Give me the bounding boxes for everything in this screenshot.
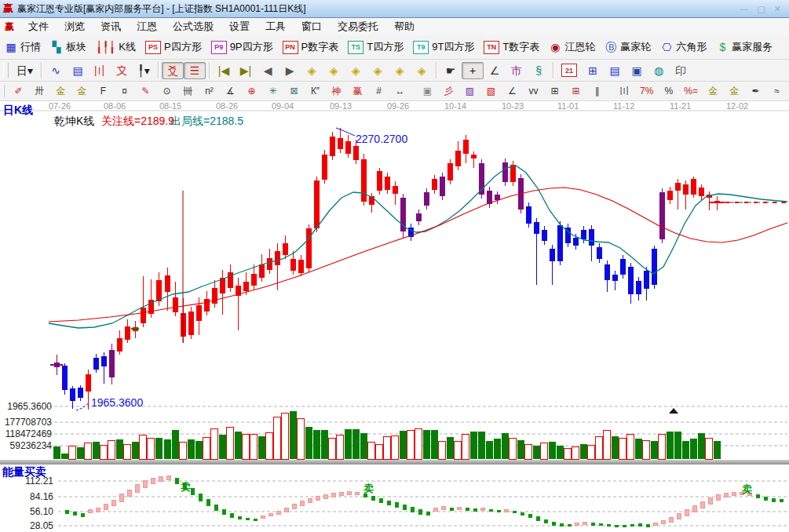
grid-a-button[interactable]: ⊞ — [544, 83, 565, 100]
candle-picker-button[interactable]: ╿▾ — [133, 62, 155, 79]
circle-cross-button[interactable]: ⊕ — [241, 83, 262, 100]
angle-a-button[interactable]: ∡ — [220, 83, 241, 100]
t-number-table-button[interactable]: TNT数字表 — [479, 38, 544, 56]
ruler-pen-button[interactable]: ✎ — [135, 83, 156, 100]
quotes-button[interactable]: ▦行情 — [0, 38, 46, 56]
p-number-table-button[interactable]: PNP数字表 — [278, 38, 344, 56]
grid-b-button[interactable]: ⊞ — [565, 83, 586, 100]
t-square-button[interactable]: TST四方形 — [343, 38, 408, 56]
minimize-button[interactable]: — — [740, 4, 751, 13]
percent-levels-button[interactable]: %= — [679, 83, 703, 100]
info-note-button[interactable]: ▤ — [67, 62, 89, 79]
menu-item-8[interactable]: 交易委托 — [330, 18, 386, 35]
winner-wheel-button[interactable]: Ⓑ赢家轮 — [600, 38, 656, 56]
comb-grid-2-button[interactable]: 卌 — [177, 83, 199, 100]
circle-grid-button[interactable]: ⊙ — [156, 83, 177, 100]
qiankun-zigzag-button[interactable]: 爻 — [162, 62, 184, 79]
comb-grid-button[interactable]: 卅 — [29, 83, 50, 100]
angle-measure-button[interactable]: ∠ — [484, 62, 506, 79]
menu-item-4[interactable]: 公式选股 — [165, 18, 221, 35]
menu-item-3[interactable]: 江恩 — [129, 18, 165, 35]
k-style-picker-button[interactable]: 日▾ — [12, 62, 38, 79]
diamond-left-icon: ◈ — [305, 64, 318, 77]
diamond-left-button[interactable]: ◈ — [301, 62, 323, 79]
trend-wave-button[interactable]: ∿ — [45, 62, 67, 79]
volume-bar — [588, 445, 595, 459]
gold-levels-button[interactable]: 金 — [724, 83, 745, 100]
menu-item-9[interactable]: 帮助 — [386, 18, 422, 35]
menu-item-0[interactable]: 文件 — [20, 18, 57, 35]
nav-prev-button[interactable]: ◀ — [257, 62, 279, 79]
hand-tool-button[interactable]: ☛ — [440, 62, 462, 79]
energy-bar — [780, 499, 784, 502]
menu-item-7[interactable]: 窗口 — [294, 18, 330, 35]
kline-button[interactable]: ╽╿╽K线 — [91, 38, 141, 56]
calculator-button[interactable]: ⊞ — [582, 62, 604, 79]
volume-levels-button[interactable]: 〣 — [614, 83, 635, 100]
winner-service-button[interactable]: $赢家服务 — [711, 38, 777, 56]
diamond-compress-button[interactable]: ◈ — [411, 62, 433, 79]
net-tool-button[interactable]: ◍ — [648, 62, 670, 79]
brush-button[interactable]: ✐ — [8, 83, 29, 100]
nav-first-button[interactable]: |◀ — [213, 62, 235, 79]
nav-last-button[interactable]: ▶| — [235, 62, 257, 79]
fan-lines-button[interactable]: 彡 — [438, 83, 459, 100]
9t-square-button[interactable]: T99T四方形 — [408, 38, 479, 56]
frame-tool-button[interactable]: ▣ — [417, 83, 438, 100]
menu-item-5[interactable]: 设置 — [221, 18, 258, 35]
chart-3-icon: 〣 — [93, 64, 106, 77]
diamond-right-button[interactable]: ◈ — [323, 62, 345, 79]
v-wave-button[interactable]: vv — [523, 83, 544, 100]
spiral-button[interactable]: ¤ — [114, 83, 135, 100]
n-squared-button[interactable]: n² — [199, 83, 220, 100]
chart-9-button[interactable]: 〩 — [111, 62, 133, 79]
chart-3-button[interactable]: 〣 — [89, 62, 111, 79]
menu-item-2[interactable]: 资讯 — [93, 18, 129, 35]
diamond-cross-button[interactable]: ◈ — [367, 62, 389, 79]
crosshair-tool-button[interactable]: + — [462, 62, 484, 79]
calendar-button[interactable]: 21 — [557, 61, 582, 79]
market-profile-button[interactable]: ☰ — [184, 62, 206, 79]
diamond-expand-icon: ◈ — [349, 64, 362, 77]
hexagon-button[interactable]: ⎔六角形 — [656, 38, 711, 56]
gann-flower-button[interactable]: 市 — [506, 62, 528, 79]
notepad-button[interactable]: ▤ — [604, 62, 626, 79]
gold-grid-1-button[interactable]: 金 — [50, 83, 71, 100]
maximize-button[interactable]: ▢ — [757, 4, 768, 13]
cycle-tool-button[interactable]: § — [528, 62, 550, 79]
gold-grid-2-button[interactable]: 金 — [71, 83, 93, 100]
pen-flag-button[interactable]: ✒ — [745, 83, 766, 100]
shen-grid-button[interactable]: 神 — [326, 83, 347, 100]
9p-square-button[interactable]: P99P四方形 — [206, 38, 278, 56]
percent-button[interactable]: % — [658, 83, 679, 100]
ying-grid-button[interactable]: 赢 — [347, 83, 368, 100]
chart-canvas[interactable] — [0, 101, 789, 532]
diamond-expand-button[interactable]: ◈ — [345, 62, 367, 79]
angle-pen-button[interactable]: ∠ — [502, 83, 523, 100]
box-fan-button[interactable]: ▧ — [480, 83, 502, 100]
window-controls[interactable]: — ▢ ✕ — [740, 4, 784, 14]
save-screen-button[interactable]: ▣ — [626, 62, 648, 79]
menu-item-1[interactable]: 浏览 — [57, 18, 93, 35]
fan-box-button[interactable]: ▨ — [459, 83, 480, 100]
gold-circle-button[interactable]: 金 — [703, 83, 724, 100]
grid-123-button[interactable]: # — [368, 83, 389, 100]
percent-retrace-button[interactable]: 7% — [635, 83, 658, 100]
print-tool-button[interactable]: 印 — [670, 62, 692, 79]
f-grid-button[interactable]: F — [93, 83, 114, 100]
gann-wheel-button[interactable]: ◉江恩轮 — [544, 38, 600, 56]
chart-area[interactable]: 日K线 乾坤K线 关注线=2189.9 出局线=2188.5 07-2608-0… — [0, 101, 789, 532]
menu-item-6[interactable]: 工具 — [258, 18, 294, 35]
web-grid-button[interactable]: ⊠ — [283, 83, 305, 100]
close-button[interactable]: ✕ — [774, 4, 784, 13]
width-tool-button[interactable]: ↔ — [389, 83, 411, 100]
nav-next-button[interactable]: ▶ — [279, 62, 301, 79]
parallel-lines-button[interactable]: ∥ — [586, 83, 608, 100]
diamond-star-button[interactable]: ◈ — [389, 62, 411, 79]
wave-tool-button[interactable]: ≈ — [766, 83, 787, 100]
p-square-button[interactable]: PSP四方形 — [141, 38, 206, 56]
star-web-button[interactable]: ✳ — [262, 83, 283, 100]
k-marks-button[interactable]: К″ — [305, 83, 326, 100]
pane-splitter[interactable] — [0, 460, 789, 465]
sectors-button[interactable]: ▚板块 — [46, 38, 91, 56]
